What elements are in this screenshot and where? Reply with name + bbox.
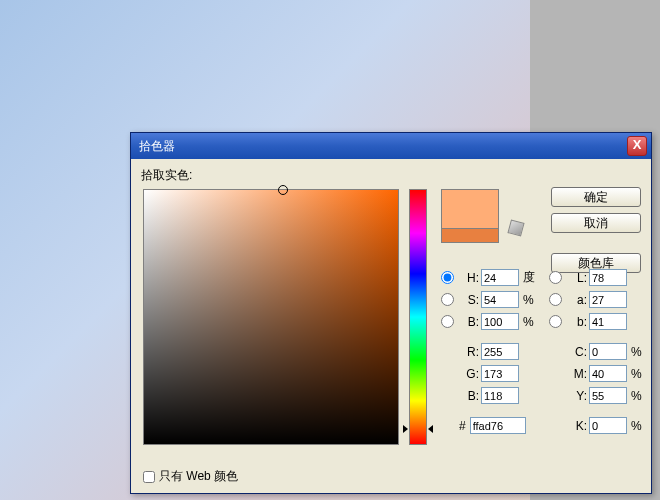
h-label: H: [457,271,479,285]
hex-input[interactable] [470,417,526,434]
c-input[interactable] [589,343,627,360]
m-row: M: % [549,365,645,382]
l-input[interactable] [589,269,627,286]
s-input[interactable] [481,291,519,308]
close-button[interactable]: X [627,136,647,156]
hex-row: # [441,417,526,434]
s-row: S: % [441,291,537,308]
s-label: S: [457,293,479,307]
lb-row: b: [549,313,627,330]
g-input[interactable] [481,365,519,382]
web-only-checkbox[interactable] [143,471,155,483]
h-radio[interactable] [441,271,454,284]
c-row: C: % [549,343,645,360]
g-row: G: [441,365,519,382]
hue-pointer-right [428,425,433,433]
k-row: K: % [549,417,645,434]
h-unit: 度 [523,269,537,286]
dialog-title: 拾色器 [139,138,627,155]
current-color-swatch[interactable] [441,229,499,243]
lb-input[interactable] [589,313,627,330]
bb-radio[interactable] [441,315,454,328]
hue-pointer-left [403,425,408,433]
bb-input[interactable] [481,313,519,330]
bb-label: B: [457,315,479,329]
l-radio[interactable] [549,271,562,284]
a-row: a: [549,291,627,308]
r-row: R: [441,343,519,360]
cube-icon [507,219,524,236]
h-input[interactable] [481,269,519,286]
h-row: H: 度 [441,269,537,286]
cancel-button[interactable]: 取消 [551,213,641,233]
ok-button[interactable]: 确定 [551,187,641,207]
s-radio[interactable] [441,293,454,306]
hue-slider[interactable] [409,189,427,445]
bb-row: B: % [441,313,537,330]
web-only-row: 只有 Web 颜色 [143,468,238,485]
a-input[interactable] [589,291,627,308]
lb-radio[interactable] [549,315,562,328]
hex-prefix: # [459,419,466,433]
new-color-swatch [441,189,499,229]
prompt-label: 拾取实色: [141,167,641,184]
a-radio[interactable] [549,293,562,306]
b-row: B: [441,387,519,404]
m-input[interactable] [589,365,627,382]
color-field-marker[interactable] [278,185,288,195]
color-field[interactable] [143,189,399,445]
b-input[interactable] [481,387,519,404]
k-input[interactable] [589,417,627,434]
titlebar[interactable]: 拾色器 X [131,133,651,159]
l-row: L: [549,269,627,286]
y-input[interactable] [589,387,627,404]
web-only-label: 只有 Web 颜色 [159,468,238,485]
r-input[interactable] [481,343,519,360]
color-picker-dialog: 拾色器 X 拾取实色: 确定 取消 颜色库 H: 度 S: % [130,132,652,494]
y-row: Y: % [549,387,645,404]
